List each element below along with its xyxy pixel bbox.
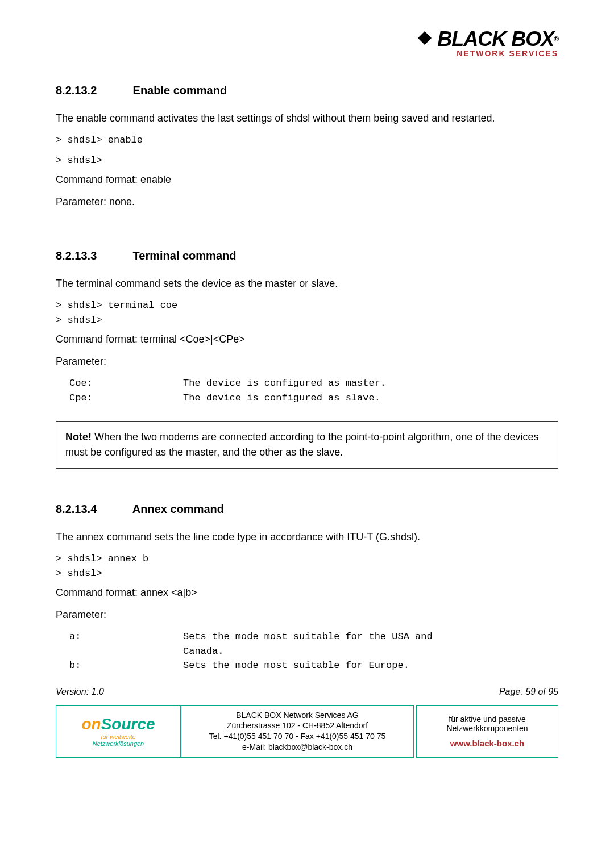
version-row: Version: 1.0 Page. 59 of 95 [56,687,558,697]
footer-right-line2: Netzwerkkomponenten [446,724,528,733]
page-content: 8.2.13.2 Enable command The enable comma… [56,84,558,758]
parameter-row: a:Sets the mode most suitable for the US… [56,629,558,658]
parameter-label: Parameter: [56,354,558,369]
param-value: The device is configured as slave. [183,391,479,406]
section-heading: 8.2.13.2 Enable command [56,84,558,97]
param-key: Coe: [69,376,183,391]
footer-url: www.black-box.ch [450,738,524,748]
section-description: The enable command activates the last se… [56,111,558,126]
section-title: Annex command [132,503,224,515]
command-line: > shdsl> terminal coe [56,298,558,313]
section-title: Enable command [133,84,227,97]
section-title: Terminal command [133,249,237,262]
company-phone: Tel. +41(0)55 451 70 70 - Fax +41(0)55 4… [188,731,406,742]
onsource-sub2: Netzwerklösungen [93,740,144,747]
param-key: b: [69,658,183,673]
note-label: Note! [65,431,92,443]
command-line: > shdsl> [56,313,558,328]
command-format: Command format: enable [56,172,558,187]
footer: onSource für weltweite Netzwerklösungen … [56,705,558,758]
company-email: e-Mail: blackbox@black-box.ch [188,742,406,753]
command-line: > shdsl> enable [56,133,558,148]
parameter-row: Cpe:The device is configured as slave. [56,391,558,406]
command-format: Command format: annex <a|b> [56,585,558,600]
note-text: When the two modems are connected accord… [65,431,538,458]
command-line: > shdsl> [56,153,558,168]
page-number: Page. 59 of 95 [499,687,558,697]
diamond-icon [417,27,433,51]
version-text: Version: 1.0 [56,687,104,697]
footer-right: für aktive und passive Netzwerkkomponent… [416,705,558,758]
param-key: Cpe: [69,391,183,406]
param-value: Sets the mode most suitable for the USA … [183,629,479,658]
note-box: Note! When the two modems are connected … [56,421,558,469]
parameter-row: Coe:The device is configured as master. [56,376,558,391]
param-value: The device is configured as master. [183,376,479,391]
param-key: a: [69,629,183,644]
footer-right-line1: für aktive und passive [449,715,525,724]
section-number: 8.2.13.2 [56,84,130,97]
section-heading: 8.2.13.4 Annex command [56,503,558,516]
company-name: BLACK BOX Network Services AG [188,710,406,721]
section-number: 8.2.13.4 [56,503,130,516]
section-description: The annex command sets the line code typ… [56,529,558,545]
section-description: The terminal command sets the device as … [56,276,558,291]
onsource-sub1: für weltweite [101,733,135,740]
footer-company-info: BLACK BOX Network Services AG Zürcherstr… [181,705,414,758]
company-address: Zürcherstrasse 102 - CH-8852 Altendorf [188,720,406,731]
section-heading: 8.2.13.3 Terminal command [56,249,558,262]
command-line: > shdsl> annex b [56,552,558,566]
parameter-row: b:Sets the mode most suitable for Europe… [56,658,558,673]
parameter-label: Parameter: [56,607,558,623]
onsource-source: Source [101,715,155,733]
command-format: Command format: terminal <Coe>|<CPe> [56,332,558,347]
section-number: 8.2.13.3 [56,249,130,262]
parameter-label: Parameter: none. [56,194,558,210]
brand-logo: BLACK BOX® NETWORK SERVICES [417,27,558,58]
command-line: > shdsl> [56,566,558,581]
logo-brand: BLACK BOX [437,27,554,51]
footer-onsource-logo: onSource für weltweite Netzwerklösungen [56,705,181,758]
param-value: Sets the mode most suitable for Europe. [183,658,479,673]
onsource-on: on [81,715,101,733]
